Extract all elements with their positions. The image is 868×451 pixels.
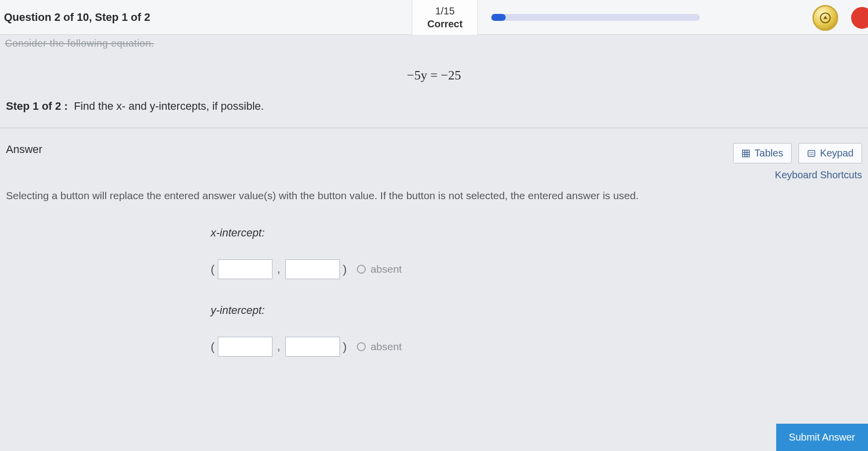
svg-point-8 — [811, 152, 812, 153]
progress-box: 1/15 Correct — [412, 0, 478, 35]
y-absent-label: absent — [371, 341, 402, 353]
keypad-button-label: Keypad — [820, 148, 854, 159]
svg-point-10 — [809, 154, 810, 155]
table-icon — [741, 149, 750, 158]
keyboard-shortcuts-link[interactable]: Keyboard Shortcuts — [0, 167, 868, 190]
progress-count: 1/15 — [427, 4, 463, 17]
step-prefix: Step 1 of 2 : — [6, 100, 68, 112]
svg-point-12 — [812, 154, 813, 155]
svg-point-9 — [812, 152, 813, 153]
top-bar: Question 2 of 10, Step 1 of 2 1/15 Corre… — [0, 0, 868, 35]
open-paren: ( — [211, 262, 215, 276]
answer-hint: Selecting a button will replace the ente… — [0, 190, 868, 226]
coin-icon — [819, 11, 832, 24]
y-intercept-label: y-intercept: — [211, 304, 658, 317]
progress-bar — [491, 14, 700, 21]
x-intercept-x-input[interactable] — [218, 259, 272, 279]
faded-prompt: Consider the following equation. — [0, 35, 868, 56]
close-paren: ) — [343, 340, 347, 354]
keypad-button[interactable]: Keypad — [799, 143, 862, 163]
notification-dot[interactable] — [851, 7, 868, 29]
y-intercept-x-input[interactable] — [218, 337, 272, 357]
open-paren: ( — [211, 340, 215, 354]
y-absent-option[interactable]: absent — [357, 341, 402, 353]
svg-rect-1 — [743, 150, 750, 157]
x-intercept-row: ( , ) absent — [211, 259, 658, 279]
x-absent-option[interactable]: absent — [357, 263, 402, 275]
x-intercept-label: x-intercept: — [211, 226, 658, 239]
comma: , — [275, 263, 282, 276]
radio-icon — [357, 342, 366, 351]
step-instruction: Step 1 of 2 : Find the x- and y-intercep… — [0, 100, 868, 128]
y-intercept-row: ( , ) absent — [211, 337, 658, 357]
tables-button[interactable]: Tables — [733, 143, 792, 163]
question-step-label: Question 2 of 10, Step 1 of 2 — [0, 11, 150, 24]
svg-rect-6 — [808, 150, 815, 156]
svg-point-7 — [809, 152, 810, 153]
coin-badge[interactable] — [812, 5, 838, 31]
comma: , — [275, 340, 282, 353]
submit-answer-button[interactable]: Submit Answer — [776, 424, 868, 451]
svg-point-11 — [811, 154, 812, 155]
equation-display: −5y = −25 — [0, 68, 868, 83]
y-intercept-y-input[interactable] — [285, 337, 340, 357]
close-paren: ) — [343, 262, 347, 276]
keypad-icon — [807, 149, 816, 158]
x-absent-label: absent — [371, 263, 402, 275]
step-text: Find the x- and y-intercepts, if possibl… — [74, 100, 264, 112]
radio-icon — [357, 265, 366, 274]
progress-label: Correct — [427, 17, 463, 30]
tables-button-label: Tables — [754, 148, 783, 159]
progress-bar-fill — [491, 14, 506, 21]
x-intercept-y-input[interactable] — [285, 259, 340, 279]
answer-heading: Answer — [6, 143, 733, 156]
